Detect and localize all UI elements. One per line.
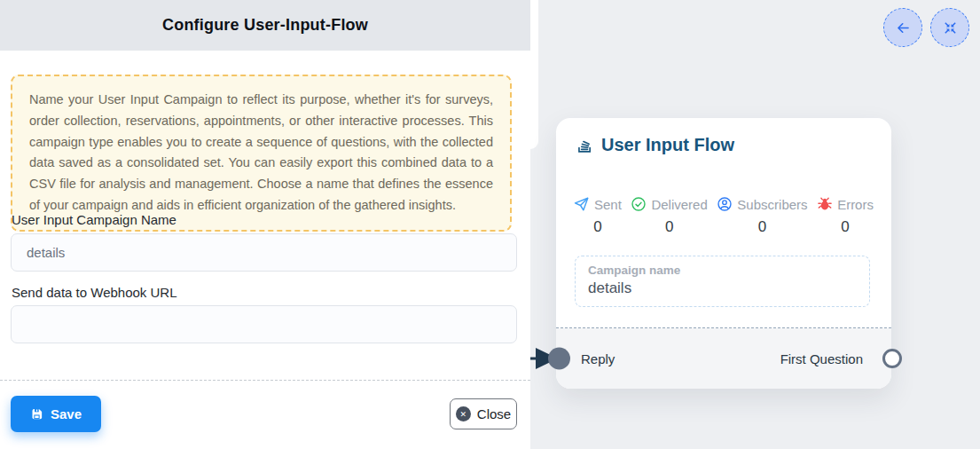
stat-value: 0 (593, 218, 601, 236)
user-input-flow-node[interactable]: User Input Flow Sent 0 (556, 118, 891, 389)
node-title: User Input Flow (601, 135, 734, 155)
arrow-left-icon (895, 20, 912, 36)
panel-header: Configure User-Input-Flow (0, 0, 530, 51)
node-footer: Reply First Question (556, 328, 891, 389)
page-title: Configure User-Input-Flow (162, 16, 368, 35)
actions-divider (0, 380, 530, 381)
app-root: Configure User-Input-Flow Name your User… (0, 0, 980, 449)
compress-icon (943, 20, 958, 35)
campaign-name-input[interactable] (11, 233, 517, 272)
campaign-name-display-label: Campaign name (588, 264, 857, 277)
first-question-output-port[interactable] (882, 349, 902, 368)
node-header: User Input Flow (576, 135, 734, 155)
stat-value: 0 (665, 218, 673, 236)
save-button[interactable]: Save (11, 396, 101, 432)
first-question-label: First Question (780, 351, 863, 366)
campaign-name-label: User Input Campaign Name (12, 212, 176, 227)
bug-icon (817, 196, 833, 212)
stack-icon (576, 136, 594, 154)
close-icon: ✕ (456, 406, 471, 421)
stat-subscribers: Subscribers 0 (717, 196, 807, 236)
campaign-info-text: Name your User Input Campaign to reflect… (29, 90, 493, 217)
drawer-edge-strip (530, 0, 538, 149)
webhook-url-input[interactable] (11, 305, 517, 343)
campaign-name-display: Campaign name details (575, 256, 870, 307)
flow-canvas[interactable]: User Input Flow Sent 0 (530, 0, 980, 449)
node-stats: Sent 0 Delivered 0 (574, 196, 874, 236)
fit-view-button[interactable] (930, 8, 969, 47)
webhook-url-label: Send data to Webhook URL (12, 285, 177, 300)
configure-panel: Configure User-Input-Flow Name your User… (0, 0, 530, 449)
campaign-name-display-value: details (588, 280, 857, 297)
stat-label: Subscribers (737, 197, 807, 212)
reply-port-label: Reply (581, 351, 615, 366)
stat-sent: Sent 0 (574, 196, 622, 236)
stat-delivered: Delivered 0 (631, 196, 707, 236)
save-icon (30, 407, 43, 421)
stat-errors: Errors 0 (817, 196, 874, 236)
stat-label: Errors (837, 197, 874, 212)
save-button-label: Save (51, 406, 82, 421)
stat-value: 0 (758, 218, 766, 236)
close-button-label: Close (477, 406, 511, 421)
stat-label: Delivered (651, 197, 707, 212)
send-icon (574, 196, 590, 212)
campaign-info-note: Name your User Input Campaign to reflect… (11, 75, 512, 232)
stat-value: 0 (841, 218, 849, 236)
close-button[interactable]: ✕ Close (450, 398, 517, 429)
stat-label: Sent (594, 197, 622, 212)
check-circle-icon (631, 196, 647, 212)
reply-input-port[interactable] (548, 348, 570, 370)
back-button[interactable] (883, 8, 922, 47)
person-circle-icon (717, 196, 733, 212)
